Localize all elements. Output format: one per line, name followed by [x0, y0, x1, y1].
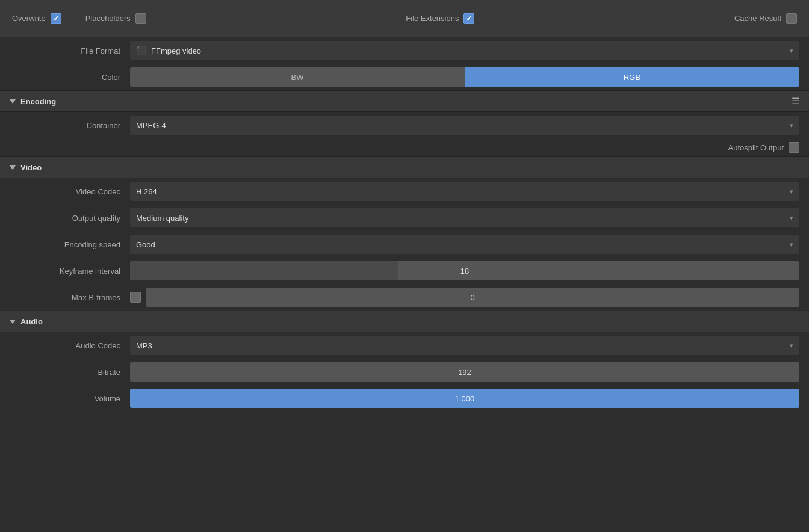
volume-slider[interactable]: 1.000 — [130, 389, 799, 408]
keyframe-bar[interactable]: 18 — [130, 261, 799, 280]
container-row: Container MPEG-4 ▾ — [0, 112, 809, 138]
keyframe-fill — [130, 261, 398, 280]
top-bar: Overwrite Placeholders File Extensions C… — [0, 0, 809, 37]
color-control: BW RGB — [130, 67, 799, 87]
audio-section-header[interactable]: Audio — [0, 311, 809, 332]
bframes-value: 0 — [470, 293, 474, 302]
audio-codec-value: MP3 — [136, 341, 152, 350]
audio-codec-label: Audio Codec — [10, 341, 130, 350]
bitrate-input[interactable]: 192 — [130, 362, 799, 382]
encoding-section-title: Encoding — [20, 97, 56, 106]
audio-codec-control: MP3 ▾ — [130, 336, 799, 355]
video-codec-arrow: ▾ — [790, 188, 793, 196]
encoding-header-right: ☰ — [792, 96, 799, 107]
video-codec-label: Video Codec — [10, 187, 130, 196]
encoding-speed-control: Good ▾ — [130, 235, 799, 254]
audio-codec-row: Audio Codec MP3 ▾ — [0, 332, 809, 359]
keyframe-value: 18 — [460, 267, 469, 276]
bframes-control: 0 — [130, 288, 799, 307]
autosplit-label: Autosplit Output — [728, 143, 784, 152]
file-format-label: File Format — [10, 46, 130, 55]
output-quality-label: Output quality — [10, 214, 130, 223]
volume-value: 1.000 — [455, 394, 475, 403]
bitrate-row: Bitrate 192 — [0, 359, 809, 385]
encoding-speed-label: Encoding speed — [10, 240, 130, 249]
placeholders-item: Placeholders — [85, 13, 146, 24]
bframes-checkbox[interactable] — [130, 292, 141, 303]
file-extensions-item: File Extensions — [406, 13, 474, 24]
output-quality-arrow: ▾ — [790, 214, 793, 222]
file-format-dropdown-inner: ⬛ FFmpeg video — [136, 46, 201, 55]
container-control: MPEG-4 ▾ — [130, 116, 799, 135]
video-codec-row: Video Codec H.264 ▾ — [0, 178, 809, 205]
video-section-title: Video — [20, 163, 42, 172]
placeholders-checkbox[interactable] — [135, 13, 146, 24]
bframes-label: Max B-frames — [10, 293, 130, 302]
bw-label: BW — [291, 73, 304, 82]
rgb-label: RGB — [624, 73, 640, 82]
bw-button[interactable]: BW — [130, 67, 465, 87]
encoding-speed-dropdown[interactable]: Good ▾ — [130, 235, 799, 254]
file-format-row: File Format ⬛ FFmpeg video ▾ — [0, 37, 809, 64]
rgb-button[interactable]: RGB — [465, 67, 799, 87]
volume-label: Volume — [10, 394, 130, 403]
file-extensions-label: File Extensions — [406, 14, 459, 23]
video-codec-dropdown[interactable]: H.264 ▾ — [130, 182, 799, 201]
container-dropdown[interactable]: MPEG-4 ▾ — [130, 116, 799, 135]
keyframe-label: Keyframe interval — [10, 267, 130, 276]
autosplit-row: Autosplit Output — [0, 138, 809, 156]
file-format-dropdown[interactable]: ⬛ FFmpeg video ▾ — [130, 41, 799, 60]
output-quality-row: Output quality Medium quality ▾ — [0, 205, 809, 231]
audio-codec-dropdown[interactable]: MP3 ▾ — [130, 336, 799, 355]
ffmpeg-icon: ⬛ — [136, 46, 146, 55]
bframes-row: Max B-frames 0 — [0, 284, 809, 311]
bitrate-control: 192 — [130, 362, 799, 382]
color-label: Color — [10, 73, 130, 82]
output-quality-value: Medium quality — [136, 214, 188, 223]
container-value: MPEG-4 — [136, 121, 166, 130]
color-row: Color BW RGB — [0, 64, 809, 90]
autosplit-checkbox[interactable] — [789, 142, 799, 153]
video-triangle-icon — [10, 165, 16, 170]
keyframe-row: Keyframe interval 18 — [0, 258, 809, 284]
bframes-inner-row: 0 — [130, 288, 799, 307]
file-format-control: ⬛ FFmpeg video ▾ — [130, 41, 799, 60]
bitrate-value: 192 — [458, 368, 471, 377]
file-format-arrow: ▾ — [790, 47, 793, 55]
bframes-input[interactable]: 0 — [146, 288, 799, 307]
overwrite-checkbox[interactable] — [51, 13, 61, 24]
video-codec-control: H.264 ▾ — [130, 182, 799, 201]
file-extensions-checkbox[interactable] — [463, 13, 474, 24]
volume-control: 1.000 — [130, 389, 799, 408]
video-section-header[interactable]: Video — [0, 156, 809, 178]
container-arrow: ▾ — [790, 122, 793, 129]
keyframe-control: 18 — [130, 261, 799, 280]
audio-section-title: Audio — [20, 317, 43, 326]
output-quality-dropdown[interactable]: Medium quality ▾ — [130, 208, 799, 227]
video-codec-value: H.264 — [136, 187, 157, 196]
bitrate-label: Bitrate — [10, 368, 130, 377]
volume-row: Volume 1.000 — [0, 385, 809, 412]
file-format-value: FFmpeg video — [151, 46, 201, 55]
encoding-speed-value: Good — [136, 240, 155, 249]
audio-codec-arrow: ▾ — [790, 342, 793, 350]
encoding-speed-row: Encoding speed Good ▾ — [0, 231, 809, 258]
encoding-triangle-icon — [10, 99, 16, 104]
cache-result-item: Cache Result — [734, 13, 797, 24]
overwrite-label: Overwrite — [12, 14, 46, 23]
container-label: Container — [10, 121, 130, 130]
encoding-list-icon[interactable]: ☰ — [792, 96, 799, 106]
cache-result-label: Cache Result — [734, 14, 781, 23]
encoding-speed-arrow: ▾ — [790, 241, 793, 249]
audio-triangle-icon — [10, 320, 16, 324]
encoding-section-header[interactable]: Encoding ☰ — [0, 90, 809, 112]
placeholders-label: Placeholders — [85, 14, 131, 23]
output-quality-control: Medium quality ▾ — [130, 208, 799, 227]
cache-result-checkbox[interactable] — [786, 13, 797, 24]
overwrite-item: Overwrite — [12, 13, 61, 24]
color-toggle: BW RGB — [130, 67, 799, 87]
